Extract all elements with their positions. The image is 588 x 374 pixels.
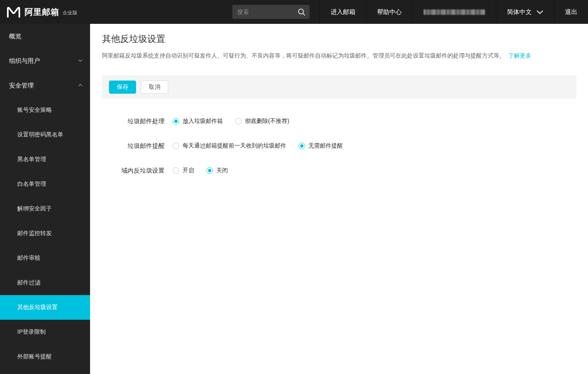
- nav-help-center[interactable]: 帮助中心: [366, 0, 412, 24]
- nav-language[interactable]: 简体中文: [496, 0, 554, 24]
- radio-option-daily-reminder[interactable]: 每天通过邮箱提醒前一天收到的垃圾邮件: [173, 142, 286, 150]
- topbar: 阿里邮箱 企业版 进入邮箱 帮助中心 简体中文 退出: [0, 0, 588, 24]
- sidebar-item-unbind-security-factor[interactable]: 解绑安全因子: [0, 196, 90, 221]
- sidebar-item-label: 安全管理: [9, 82, 34, 90]
- form-label: 垃圾邮件提醒: [102, 142, 164, 150]
- alimail-logo: [7, 6, 21, 18]
- radio-label: 每天通过邮箱提醒前一天收到的垃圾邮件: [183, 142, 286, 150]
- nav-enter-mail[interactable]: 进入邮箱: [319, 0, 366, 24]
- sidebar-item-mail-monitor-forward[interactable]: 邮件监控转发: [0, 221, 90, 246]
- search-box: [232, 5, 310, 19]
- radio-label: 彻底删除(不推荐): [245, 118, 289, 125]
- chevron-up-icon: [78, 84, 83, 87]
- form-row-junk-reminder: 垃圾邮件提醒 每天通过邮箱提醒前一天收到的垃圾邮件 无需邮件提醒: [102, 134, 576, 158]
- antispam-form: 垃圾邮件处理 放入垃圾邮件箱 彻底删除(不推荐) 垃圾邮件提醒 每天通过邮箱提醒…: [102, 109, 576, 183]
- radio-option-delete-completely[interactable]: 彻底删除(不推荐): [235, 118, 289, 125]
- brand: 阿里邮箱 企业版: [0, 6, 77, 18]
- radio-option-put-in-junk[interactable]: 放入垃圾邮件箱: [173, 118, 223, 125]
- page-description-text: 阿里邮箱反垃圾系统支持自动识别可疑发件人、可疑行为、不良内容等，将可疑邮件自动标…: [102, 52, 505, 59]
- brand-name: 阿里邮箱: [25, 7, 59, 18]
- radio-disable[interactable]: [206, 167, 213, 174]
- sidebar-item-overview[interactable]: 概览: [0, 24, 90, 48]
- sidebar: 概览 组织与用户 安全管理 账号安全策略 设置弱密码黑名单 黑名单管理 白名单管…: [0, 24, 90, 374]
- radio-group-domain-antispam: 开启 关闭: [173, 167, 240, 174]
- form-label: 垃圾邮件处理: [102, 118, 164, 125]
- chevron-down-icon: [78, 59, 83, 62]
- sidebar-item-label: 概览: [9, 32, 21, 40]
- toolbar: 保存 取消: [102, 75, 576, 99]
- nav-account[interactable]: [412, 0, 496, 24]
- sidebar-item-blacklist-management[interactable]: 黑名单管理: [0, 147, 90, 172]
- radio-group-junk-reminder: 每天通过邮箱提醒前一天收到的垃圾邮件 无需邮件提醒: [173, 142, 355, 150]
- search-input[interactable]: [236, 8, 297, 16]
- cancel-button[interactable]: 取消: [141, 81, 168, 94]
- radio-delete-completely[interactable]: [235, 118, 242, 125]
- form-label: 域内反垃圾设置: [102, 167, 164, 175]
- main-content: 其他反垃圾设置 阿里邮箱反垃圾系统支持自动识别可疑发件人、可疑行为、不良内容等，…: [90, 24, 588, 374]
- search-icon[interactable]: [297, 8, 306, 16]
- sidebar-item-whitelist-management[interactable]: 白名单管理: [0, 172, 90, 196]
- sidebar-item-other-antispam-settings[interactable]: 其他反垃圾设置: [0, 295, 90, 320]
- sidebar-item-external-account-reminder[interactable]: 外部账号提醒: [0, 344, 90, 369]
- radio-option-enable[interactable]: 开启: [173, 167, 194, 174]
- radio-no-reminder[interactable]: [299, 143, 305, 149]
- nav-logout[interactable]: 退出: [554, 0, 588, 24]
- radio-put-in-junk[interactable]: [173, 118, 179, 125]
- sidebar-item-mail-audit[interactable]: 邮件审核: [0, 246, 90, 270]
- radio-label: 开启: [183, 167, 194, 174]
- sidebar-item-org-users[interactable]: 组织与用户: [0, 48, 90, 73]
- sidebar-item-label: 组织与用户: [9, 57, 40, 65]
- sidebar-item-weak-password-blacklist[interactable]: 设置弱密码黑名单: [0, 122, 90, 147]
- radio-label: 无需邮件提醒: [308, 142, 343, 150]
- account-blurred-text: [424, 9, 485, 15]
- radio-enable[interactable]: [173, 167, 179, 174]
- sidebar-item-security[interactable]: 安全管理: [0, 73, 90, 98]
- radio-option-disable[interactable]: 关闭: [206, 167, 228, 174]
- page-title: 其他反垃圾设置: [102, 33, 576, 45]
- radio-daily-reminder[interactable]: [173, 143, 179, 149]
- sidebar-item-ip-login-restriction[interactable]: IP登录限制: [0, 320, 90, 344]
- save-button[interactable]: 保存: [109, 81, 136, 94]
- sidebar-item-account-security-policy[interactable]: 账号安全策略: [0, 98, 90, 122]
- nav-language-label: 简体中文: [507, 8, 532, 16]
- radio-label: 放入垃圾邮件箱: [183, 118, 223, 125]
- sidebar-item-mail-filter[interactable]: 邮件过滤: [0, 270, 90, 295]
- learn-more-link[interactable]: 了解更多: [508, 52, 531, 59]
- form-row-junk-handling: 垃圾邮件处理 放入垃圾邮件箱 彻底删除(不推荐): [102, 109, 576, 134]
- chevron-down-icon: [537, 10, 543, 14]
- brand-edition: 企业版: [63, 9, 77, 16]
- form-row-domain-antispam: 域内反垃圾设置 开启 关闭: [102, 158, 576, 183]
- radio-option-no-reminder[interactable]: 无需邮件提醒: [299, 142, 343, 150]
- page-description: 阿里邮箱反垃圾系统支持自动识别可疑发件人、可疑行为、不良内容等，将可疑邮件自动标…: [102, 51, 576, 60]
- radio-label: 关闭: [216, 167, 228, 174]
- radio-group-junk-handling: 放入垃圾邮件箱 彻底删除(不推荐): [173, 118, 301, 125]
